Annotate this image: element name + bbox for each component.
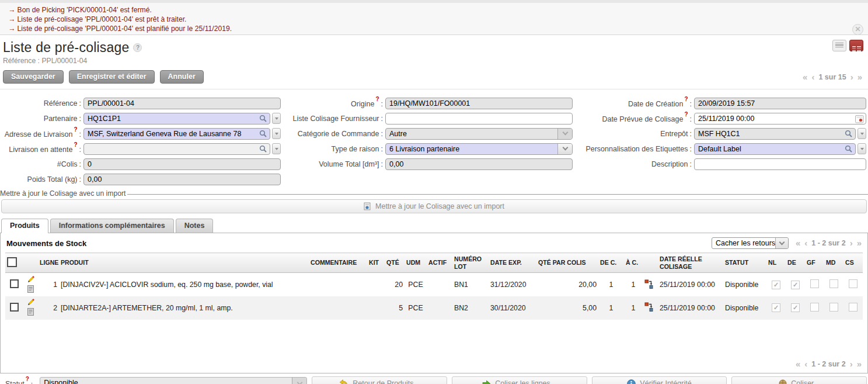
- search-icon[interactable]: [845, 145, 852, 154]
- notification-message: → Liste de pré-colisage 'PPL/00001-04' e…: [8, 24, 845, 33]
- field-label: Partenaire:: [0, 115, 83, 123]
- update-packing-import-button[interactable]: Mettre à jour le Colisage avec un import: [1, 199, 867, 213]
- help-icon[interactable]: ?: [133, 43, 142, 52]
- total-weight-field: 0,00: [83, 174, 281, 185]
- field-label: Date Prévue de Colisage?:: [579, 113, 694, 123]
- field-label: Adresse de Livraison?:: [0, 129, 83, 139]
- field-label: Type de raison:: [287, 145, 385, 153]
- pager-last-icon[interactable]: »: [857, 240, 862, 247]
- help-marker: ?: [684, 111, 688, 117]
- chevron-down-icon[interactable]: [272, 128, 281, 139]
- reason-type-select[interactable]: 6 Livraison partenaire: [385, 143, 573, 155]
- undo-arrow-icon: [339, 379, 348, 384]
- label-customization-field[interactable]: Default Label: [694, 143, 856, 155]
- import-section-legend: Mettre à jour le Colisage avec un import: [0, 189, 868, 198]
- row-checkbox[interactable]: [10, 279, 19, 288]
- pager-text: 1 - 2 sur 2: [811, 360, 845, 368]
- pager-next-icon[interactable]: ›: [850, 361, 853, 368]
- nl-checkbox: ✓: [772, 303, 780, 312]
- chevron-down-icon[interactable]: [272, 113, 281, 124]
- order-category-select: Autre: [385, 128, 573, 140]
- form-view-icon[interactable]: [849, 40, 863, 51]
- record-pager: « ‹ 1 sur 15 › »: [803, 73, 862, 81]
- origin-field: 19/HQ/MW101/FO00001: [385, 98, 573, 109]
- search-icon[interactable]: [845, 130, 852, 139]
- creation-date-field: 20/09/2019 15:57: [694, 98, 866, 109]
- close-icon[interactable]: ✕: [852, 24, 863, 35]
- pending-delivery-field[interactable]: [83, 143, 270, 155]
- edit-pencil-icon[interactable]: [27, 298, 34, 307]
- field-label: Origine?:: [287, 98, 385, 108]
- warehouse-field: MSF HQ1C1: [694, 128, 856, 140]
- toolbar: Sauvegarder Enregistrer et éditer Annule…: [0, 70, 868, 89]
- table-row[interactable]: 1 [DINJACIV2V-] ACICLOVIR sodium, eq. 25…: [5, 273, 863, 296]
- planned-pack-date-field[interactable]: 25/11/2019 00:00: [694, 113, 866, 124]
- nl-checkbox: ✓: [772, 281, 780, 289]
- pack-lines-button[interactable]: Coliser les lignes...: [452, 376, 587, 384]
- reference-subtitle: Référence : PPL/00001-04: [3, 57, 863, 65]
- chevron-down-icon[interactable]: [775, 238, 788, 248]
- total-volume-field: 0,00: [385, 158, 573, 170]
- pager-prev-icon[interactable]: ‹: [804, 361, 807, 368]
- md-checkbox: [829, 279, 838, 288]
- chevron-down-icon[interactable]: [857, 143, 866, 154]
- pack-button[interactable]: Coliser...: [731, 376, 867, 384]
- pager-last-icon[interactable]: »: [857, 74, 862, 81]
- de-checkbox: ✓: [791, 281, 800, 289]
- de-checkbox: ✓: [791, 303, 800, 312]
- field-label: Description:: [579, 160, 694, 168]
- help-marker: ?: [74, 141, 77, 148]
- pager-next-icon[interactable]: ›: [850, 74, 853, 81]
- pager-first-icon[interactable]: «: [803, 74, 807, 81]
- notification-area: → Bon de Picking 'PICK/00001-04' est fer…: [0, 0, 868, 35]
- search-icon[interactable]: [259, 130, 267, 139]
- status-label: Statut?:: [5, 378, 35, 384]
- note-document-icon[interactable]: [27, 308, 34, 317]
- note-document-icon[interactable]: [27, 285, 34, 295]
- check-integrity-button[interactable]: Vérifier Intégrité: [592, 376, 727, 384]
- field-label: Référence:: [0, 99, 83, 108]
- status-select: Disponible: [40, 377, 307, 384]
- split-line-icon[interactable]: [644, 305, 654, 313]
- gf-checkbox: [810, 303, 819, 312]
- pager-first-icon[interactable]: «: [796, 361, 800, 368]
- pager-first-icon[interactable]: «: [796, 240, 800, 247]
- tab-informations-complementaires[interactable]: Informations complémentaires: [50, 219, 174, 233]
- chevron-down-icon[interactable]: [557, 144, 572, 154]
- supplier-packing-list-field[interactable]: [385, 113, 573, 124]
- select-all-checkbox[interactable]: [7, 257, 17, 267]
- search-icon[interactable]: [259, 145, 267, 154]
- pager-prev-icon[interactable]: ‹: [804, 240, 807, 247]
- page-title: Liste de pré-colisage: [3, 40, 129, 55]
- split-line-icon[interactable]: [644, 282, 654, 290]
- save-and-edit-button[interactable]: Enregistrer et éditer: [69, 70, 155, 84]
- calendar-icon[interactable]: [855, 115, 864, 125]
- field-label: #Colis:: [0, 160, 83, 168]
- cancel-button[interactable]: Annuler: [160, 70, 204, 84]
- returns-filter-select[interactable]: Cacher les retours: [712, 237, 789, 249]
- pager-next-icon[interactable]: ›: [850, 240, 853, 247]
- list-pager-top: « ‹ 1 - 2 sur 2 › »: [796, 239, 862, 247]
- tab-produits[interactable]: Produits: [1, 219, 48, 233]
- row-checkbox[interactable]: [10, 303, 19, 312]
- partner-field[interactable]: HQ1C1P1: [83, 113, 270, 124]
- reference-field: PPL/00001-04: [83, 98, 281, 109]
- return-products-button[interactable]: Retour de Produits...: [312, 376, 447, 384]
- list-pager-bottom: « ‹ 1 - 2 sur 2 › »: [796, 360, 862, 368]
- table-row[interactable]: 2 [DINJARTE2A-] ARTEMETHER, 20 mg/ml, 1 …: [5, 296, 863, 320]
- list-view-icon[interactable]: [832, 40, 846, 51]
- edit-pencil-icon[interactable]: [27, 275, 34, 285]
- package-icon: [779, 379, 787, 384]
- pack-count-field: 0: [83, 158, 281, 170]
- chevron-down-icon[interactable]: [272, 143, 281, 154]
- field-label: Date de Création?:: [579, 98, 694, 108]
- footer-bar: Statut?: Disponible Retour de Produits..…: [0, 373, 868, 384]
- search-icon[interactable]: [259, 115, 267, 124]
- pager-prev-icon[interactable]: ‹: [811, 74, 814, 81]
- save-button[interactable]: Sauvegarder: [3, 70, 64, 84]
- chevron-down-icon[interactable]: [857, 128, 866, 139]
- pager-last-icon[interactable]: »: [857, 361, 862, 368]
- tab-notes[interactable]: Notes: [176, 219, 214, 233]
- description-field[interactable]: [694, 158, 866, 170]
- delivery-address-field[interactable]: MSF, Switzerland Geneva Rue de Lausanne …: [83, 128, 270, 140]
